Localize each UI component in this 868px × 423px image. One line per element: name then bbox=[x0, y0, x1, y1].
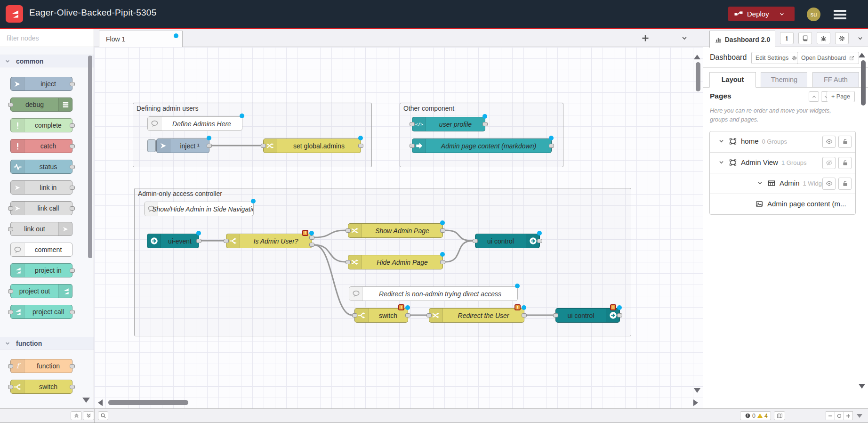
tree-row-Admin-page-content-m-[interactable]: Admin page content (m... bbox=[710, 194, 855, 214]
info-tab-button[interactable]: i bbox=[780, 32, 794, 44]
palette-node-project-out[interactable]: project out bbox=[10, 284, 72, 298]
search-input[interactable] bbox=[7, 34, 92, 42]
main-menu-button[interactable] bbox=[834, 10, 846, 19]
collapse-all-button[interactable] bbox=[809, 91, 819, 102]
input-port[interactable] bbox=[8, 289, 13, 293]
palette-node-link-call[interactable]: link call bbox=[10, 201, 72, 215]
flow-canvas[interactable]: Defining admin usersOther componentAdmin… bbox=[94, 47, 703, 408]
input-port[interactable] bbox=[410, 122, 415, 126]
comment-node[interactable]: Redirect is non-admin trying direct acce… bbox=[349, 286, 518, 301]
input-port[interactable] bbox=[8, 227, 13, 231]
chevron-down-icon[interactable] bbox=[718, 138, 724, 144]
palette-node-function[interactable]: ffunction bbox=[10, 359, 72, 373]
lock-toggle[interactable] bbox=[838, 136, 852, 148]
deploy-button[interactable]: Deploy bbox=[728, 7, 795, 21]
sidebar-scroll-up-arrow[interactable] bbox=[859, 53, 865, 57]
output-port[interactable] bbox=[537, 239, 542, 243]
palette-node-catch[interactable]: catch bbox=[10, 139, 72, 153]
sidebar-scrollbar-thumb[interactable] bbox=[861, 60, 866, 106]
input-port[interactable] bbox=[8, 103, 13, 107]
input-port[interactable] bbox=[8, 310, 13, 314]
edit-settings-button[interactable]: Edit Settings bbox=[751, 52, 802, 64]
search-flows-button[interactable] bbox=[98, 411, 108, 420]
output-port[interactable] bbox=[440, 260, 445, 264]
palette-node-link-in[interactable]: link in bbox=[10, 180, 72, 195]
tab-layout[interactable]: Layout bbox=[709, 72, 756, 88]
comment-node[interactable]: Show/Hide Admin in Side Navigation bbox=[144, 202, 254, 216]
input-port[interactable] bbox=[8, 385, 13, 389]
palette-node-complete[interactable]: complete bbox=[10, 118, 72, 132]
palette-node-link-out[interactable]: link out bbox=[10, 222, 72, 236]
output-port[interactable] bbox=[522, 313, 527, 317]
deploy-options-button[interactable] bbox=[775, 11, 788, 17]
user-avatar[interactable]: su bbox=[807, 8, 820, 21]
tab-theming[interactable]: Theming bbox=[761, 72, 807, 88]
flow-list-button[interactable] bbox=[681, 35, 688, 41]
output-port[interactable] bbox=[482, 122, 488, 126]
zoom-out-button[interactable] bbox=[826, 411, 835, 420]
flow-node-inject-[interactable]: inject ¹ bbox=[156, 138, 209, 153]
open-dashboard-button[interactable]: Open Dashboard bbox=[797, 52, 859, 64]
output-port[interactable] bbox=[70, 385, 75, 389]
output-port[interactable] bbox=[196, 239, 201, 243]
output-port-1[interactable] bbox=[309, 236, 314, 240]
visibility-toggle[interactable] bbox=[822, 157, 836, 169]
help-tab-button[interactable] bbox=[798, 32, 812, 44]
output-port[interactable] bbox=[70, 82, 75, 86]
input-port[interactable] bbox=[473, 239, 478, 243]
sidebar-footer-chevron[interactable] bbox=[857, 414, 862, 418]
output-port[interactable] bbox=[549, 144, 554, 148]
tree-row-home[interactable]: home0 Groups bbox=[710, 131, 855, 152]
flow-node-Is-Admin-User-[interactable]: Is Admin User?! bbox=[226, 234, 312, 248]
config-tab-button[interactable] bbox=[835, 32, 849, 44]
visibility-toggle[interactable] bbox=[822, 178, 836, 190]
palette-category-common[interactable]: common bbox=[0, 55, 94, 67]
zoom-in-button[interactable] bbox=[844, 411, 853, 420]
chevron-down-icon[interactable] bbox=[757, 180, 763, 186]
visibility-toggle[interactable] bbox=[822, 136, 836, 148]
tab-ff-auth[interactable]: FF Auth bbox=[812, 72, 859, 88]
app-logo[interactable] bbox=[6, 5, 23, 23]
tab-flow1[interactable]: Flow 1 bbox=[99, 31, 183, 47]
output-port[interactable] bbox=[70, 165, 75, 169]
output-port[interactable] bbox=[70, 364, 75, 368]
flow-node-ui-control[interactable]: ui control! bbox=[555, 308, 620, 323]
flow-node-Admin-page-content-markdown-[interactable]: Admin page content (markdown) bbox=[412, 138, 552, 153]
notification-counts[interactable]: 0 4 bbox=[740, 411, 771, 420]
flow-node-set-global-admins[interactable]: set global.admins bbox=[263, 138, 361, 153]
palette-node-comment[interactable]: comment bbox=[10, 243, 72, 257]
output-port[interactable] bbox=[405, 313, 410, 317]
palette-expand-button[interactable] bbox=[83, 411, 94, 420]
inject-button[interactable] bbox=[147, 139, 156, 152]
input-port[interactable] bbox=[8, 364, 13, 368]
add-page-button[interactable]: + Page bbox=[827, 91, 855, 102]
flow-node-ui-control[interactable]: ui control bbox=[475, 234, 540, 248]
output-port[interactable] bbox=[70, 144, 75, 148]
palette-category-function[interactable]: function bbox=[0, 337, 94, 350]
palette-node-project-call[interactable]: project call bbox=[10, 305, 72, 319]
palette-collapse-button[interactable] bbox=[71, 411, 82, 420]
flow-node-ui-event[interactable]: ui-event bbox=[147, 234, 199, 248]
tree-row-Admin[interactable]: Admin1 Widgets bbox=[710, 173, 855, 194]
sidebar-scroll-down-arrow[interactable] bbox=[859, 384, 865, 389]
output-port[interactable] bbox=[70, 268, 75, 273]
sidebar-tab-list-button[interactable] bbox=[857, 35, 863, 41]
input-port[interactable] bbox=[553, 313, 558, 317]
tab-dashboard-2[interactable]: Dashboard 2.0 bbox=[709, 31, 775, 48]
flow-node-switch[interactable]: switch! bbox=[354, 308, 408, 323]
palette-node-project-in[interactable]: project in bbox=[10, 263, 72, 277]
palette-scroll-down-arrow[interactable] bbox=[82, 398, 90, 403]
palette-node-debug[interactable]: debug bbox=[10, 98, 72, 112]
output-port-2[interactable] bbox=[309, 243, 314, 247]
flow-node-user-profile[interactable]: </>user profile bbox=[412, 117, 485, 131]
output-port[interactable] bbox=[440, 228, 445, 233]
palette-node-switch[interactable]: switch bbox=[10, 380, 72, 394]
input-port[interactable] bbox=[352, 313, 357, 317]
output-port[interactable] bbox=[70, 310, 75, 314]
lock-toggle[interactable] bbox=[838, 178, 852, 190]
output-port[interactable] bbox=[70, 123, 75, 128]
lock-toggle[interactable] bbox=[838, 157, 852, 169]
tree-row-Admin-View[interactable]: Admin View1 Groups bbox=[710, 152, 855, 173]
input-port[interactable] bbox=[426, 313, 432, 317]
debug-tab-button[interactable] bbox=[817, 32, 830, 44]
